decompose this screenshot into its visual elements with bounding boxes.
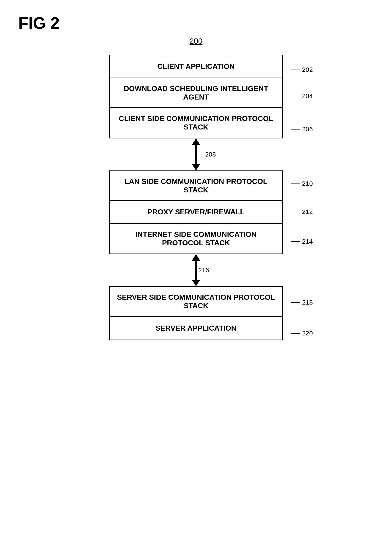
client-application-label: CLIENT APPLICATION	[157, 62, 235, 71]
ref-220: 220	[291, 330, 313, 337]
arrow-body-2	[195, 261, 197, 280]
ref-202: 202	[291, 66, 313, 73]
client-side-comm-label: CLIENT SIDE COMMUNICATION PROTOCOL STACK	[114, 114, 278, 131]
ref-212: 212	[291, 208, 313, 216]
page: FIG 2 200 CLIENT APPLICATION DOWNLOAD SC…	[0, 0, 392, 556]
client-application-block: CLIENT APPLICATION	[110, 55, 282, 78]
ref-214: 214	[291, 238, 313, 245]
arrow-1	[109, 139, 283, 170]
ref-210: 210	[291, 180, 313, 187]
diagram-container: 200 CLIENT APPLICATION DOWNLOAD SCHEDULI…	[93, 37, 299, 340]
download-scheduling-block: DOWNLOAD SCHEDULING INTELLIGENT AGENT	[110, 78, 282, 108]
internet-side-comm-block: INTERNET SIDE COMMUNICATION PROTOCOL STA…	[110, 224, 282, 254]
proxy-server-label: PROXY SERVER/FIREWALL	[148, 208, 244, 216]
lan-side-comm-label: LAN SIDE COMMUNICATION PROTOCOL STACK	[114, 177, 278, 194]
ref-204: 204	[291, 93, 313, 100]
ref-206: 206	[291, 126, 313, 133]
download-scheduling-label: DOWNLOAD SCHEDULING INTELLIGENT AGENT	[114, 85, 278, 101]
arrow-head-down-2	[192, 280, 200, 286]
arrow-head-up-1	[192, 139, 200, 145]
middle-section-wrapper: LAN SIDE COMMUNICATION PROTOCOL STACK PR…	[109, 170, 283, 254]
server-side-comm-block: SERVER SIDE COMMUNICATION PROTOCOL STACK	[110, 287, 282, 317]
arrow-head-up-2	[192, 254, 200, 261]
top-section-wrapper: CLIENT APPLICATION DOWNLOAD SCHEDULING I…	[109, 55, 283, 139]
bottom-section: SERVER SIDE COMMUNICATION PROTOCOL STACK…	[109, 286, 283, 340]
ref-216: 216	[198, 267, 209, 274]
server-application-block: SERVER APPLICATION	[110, 317, 282, 340]
arrow-2-wrapper: 216	[109, 254, 283, 286]
fig-title: FIG 2	[18, 14, 60, 32]
server-side-comm-label: SERVER SIDE COMMUNICATION PROTOCOL STACK	[114, 293, 278, 310]
arrow-body-1	[195, 145, 197, 164]
top-section: CLIENT APPLICATION DOWNLOAD SCHEDULING I…	[109, 55, 283, 139]
diagram-ref-label: 200	[190, 37, 203, 46]
proxy-server-block: PROXY SERVER/FIREWALL	[110, 201, 282, 224]
middle-section: LAN SIDE COMMUNICATION PROTOCOL STACK PR…	[109, 170, 283, 254]
bottom-section-wrapper: SERVER SIDE COMMUNICATION PROTOCOL STACK…	[109, 286, 283, 340]
ref-208: 208	[205, 151, 216, 158]
arrow-2	[109, 254, 283, 286]
arrow-1-wrapper: 208	[109, 139, 283, 170]
arrow-head-down-1	[192, 164, 200, 170]
ref-218: 218	[291, 299, 313, 306]
lan-side-comm-block: LAN SIDE COMMUNICATION PROTOCOL STACK	[110, 171, 282, 201]
internet-side-comm-label: INTERNET SIDE COMMUNICATION PROTOCOL STA…	[114, 230, 278, 247]
server-application-label: SERVER APPLICATION	[156, 324, 236, 332]
client-side-comm-block: CLIENT SIDE COMMUNICATION PROTOCOL STACK	[110, 108, 282, 138]
